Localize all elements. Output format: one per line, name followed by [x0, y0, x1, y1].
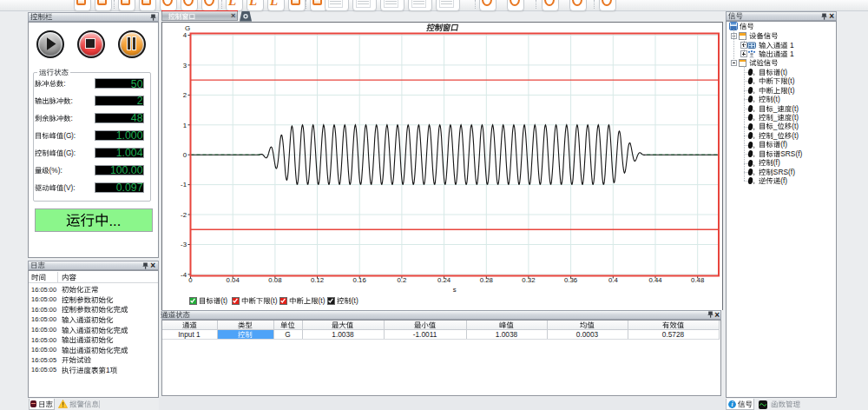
svg-text:): )	[796, 131, 799, 140]
svg-text:): )	[792, 76, 794, 85]
svg-text:_: _	[772, 113, 777, 122]
svg-text:): )	[785, 141, 787, 149]
svg-text:(: (	[787, 86, 790, 95]
svg-text:3: 3	[183, 62, 187, 69]
svg-text:S: S	[783, 168, 788, 176]
svg-text::: :	[63, 79, 65, 88]
svg-text::: :	[60, 166, 62, 175]
svg-text:.: .	[117, 213, 122, 228]
svg-text:_: _	[772, 131, 777, 140]
svg-text:): )	[799, 149, 802, 158]
svg-text:): )	[71, 149, 74, 157]
svg-text:(: (	[352, 297, 354, 306]
svg-text:): )	[792, 86, 794, 95]
svg-text:0.48: 0.48	[691, 276, 704, 284]
svg-text:0.28: 0.28	[480, 276, 493, 284]
svg-text:): )	[785, 177, 787, 186]
svg-text:): )	[778, 95, 780, 103]
svg-text:-4: -4	[181, 271, 187, 279]
svg-text:0.32: 0.32	[522, 276, 535, 284]
svg-text:0.44: 0.44	[648, 276, 662, 284]
svg-text:(: (	[63, 131, 66, 140]
svg-text::: :	[74, 149, 76, 157]
svg-text:2: 2	[183, 91, 187, 99]
svg-text:-3: -3	[181, 241, 187, 248]
svg-text:0: 0	[183, 151, 187, 159]
svg-text:(: (	[792, 104, 794, 113]
svg-text:(: (	[773, 95, 775, 103]
svg-text:(: (	[795, 149, 798, 158]
svg-text:(: (	[220, 297, 223, 306]
svg-text:): )	[796, 113, 799, 122]
svg-text:G: G	[66, 149, 71, 157]
svg-text::: :	[70, 114, 72, 122]
svg-text:(: (	[63, 149, 66, 157]
svg-text:(: (	[271, 297, 273, 306]
svg-text:): )	[323, 297, 326, 306]
svg-text:0.4: 0.4	[608, 276, 619, 284]
svg-text:0.08: 0.08	[268, 276, 281, 284]
svg-text:): )	[356, 297, 358, 306]
svg-text:-1: -1	[181, 181, 187, 188]
svg-text:G: G	[66, 131, 71, 140]
svg-text:0.24: 0.24	[437, 276, 451, 284]
svg-text:S: S	[780, 149, 786, 158]
svg-text:): )	[275, 297, 278, 306]
svg-text::: :	[73, 183, 75, 192]
svg-text:0.16: 0.16	[353, 276, 366, 284]
svg-text:(: (	[780, 68, 783, 76]
svg-text:(: (	[792, 122, 794, 131]
svg-text:(: (	[319, 297, 321, 306]
svg-text:(: (	[780, 141, 783, 149]
svg-text:(: (	[773, 159, 775, 168]
svg-text:0.36: 0.36	[564, 276, 577, 284]
svg-text:.: .	[113, 213, 117, 228]
svg-text:V: V	[66, 183, 71, 192]
svg-text:s: s	[453, 286, 457, 294]
svg-text:(: (	[63, 183, 66, 192]
svg-text:.: .	[109, 213, 114, 228]
svg-text:S: S	[791, 149, 796, 158]
svg-text:-2: -2	[181, 211, 187, 219]
svg-text:_: _	[772, 122, 777, 131]
svg-text:R: R	[785, 149, 790, 158]
svg-text::: :	[74, 131, 76, 140]
svg-text:(: (	[792, 131, 794, 140]
svg-text:(: (	[49, 166, 52, 175]
svg-text:): )	[796, 122, 799, 131]
svg-text:1: 1	[790, 41, 794, 50]
svg-text:0: 0	[188, 276, 193, 284]
svg-text:_: _	[772, 104, 777, 113]
svg-text:S: S	[773, 168, 778, 176]
svg-text::: :	[70, 96, 72, 105]
svg-text:0.2: 0.2	[397, 276, 406, 284]
svg-text:G: G	[185, 24, 190, 32]
svg-text:): )	[58, 166, 61, 175]
svg-text:1: 1	[183, 122, 187, 129]
svg-text:1: 1	[106, 366, 110, 374]
svg-text:0.12: 0.12	[311, 276, 324, 284]
svg-text:): )	[796, 104, 799, 113]
svg-text:): )	[71, 131, 74, 140]
svg-text:): )	[778, 159, 780, 168]
svg-text:(: (	[788, 168, 791, 176]
svg-text:): )	[792, 168, 795, 176]
svg-text:(: (	[780, 177, 783, 186]
svg-text:(: (	[792, 113, 794, 122]
svg-text:1: 1	[790, 50, 794, 58]
svg-text:%: %	[51, 166, 58, 175]
svg-text:): )	[71, 183, 74, 192]
svg-text:(: (	[787, 76, 790, 85]
svg-text:): )	[785, 68, 787, 76]
svg-text:4: 4	[183, 31, 187, 39]
svg-text:R: R	[778, 168, 783, 176]
svg-text:0.04: 0.04	[227, 276, 240, 284]
svg-text:): )	[225, 297, 227, 306]
